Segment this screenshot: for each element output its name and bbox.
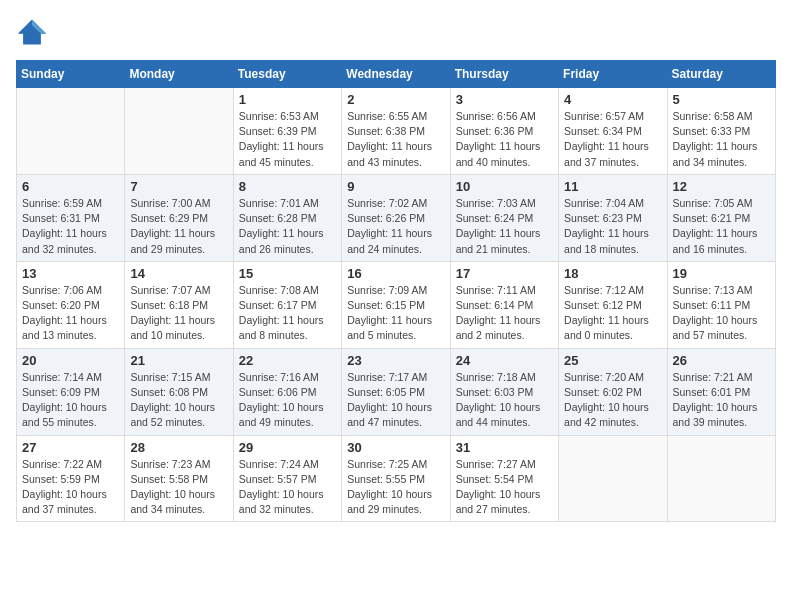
day-number: 23 [347, 353, 444, 368]
day-number: 1 [239, 92, 336, 107]
calendar-cell: 15Sunrise: 7:08 AMSunset: 6:17 PMDayligh… [233, 261, 341, 348]
calendar-table: SundayMondayTuesdayWednesdayThursdayFrid… [16, 60, 776, 522]
calendar-cell: 16Sunrise: 7:09 AMSunset: 6:15 PMDayligh… [342, 261, 450, 348]
calendar-cell: 30Sunrise: 7:25 AMSunset: 5:55 PMDayligh… [342, 435, 450, 522]
day-info: Sunrise: 6:59 AMSunset: 6:31 PMDaylight:… [22, 196, 119, 257]
day-info: Sunrise: 7:14 AMSunset: 6:09 PMDaylight:… [22, 370, 119, 431]
day-number: 12 [673, 179, 770, 194]
calendar-cell: 4Sunrise: 6:57 AMSunset: 6:34 PMDaylight… [559, 88, 667, 175]
day-number: 10 [456, 179, 553, 194]
calendar-cell: 14Sunrise: 7:07 AMSunset: 6:18 PMDayligh… [125, 261, 233, 348]
day-info: Sunrise: 7:25 AMSunset: 5:55 PMDaylight:… [347, 457, 444, 518]
day-number: 2 [347, 92, 444, 107]
calendar-header-wednesday: Wednesday [342, 61, 450, 88]
day-number: 30 [347, 440, 444, 455]
calendar-cell: 24Sunrise: 7:18 AMSunset: 6:03 PMDayligh… [450, 348, 558, 435]
day-info: Sunrise: 7:20 AMSunset: 6:02 PMDaylight:… [564, 370, 661, 431]
calendar-cell [17, 88, 125, 175]
day-info: Sunrise: 7:24 AMSunset: 5:57 PMDaylight:… [239, 457, 336, 518]
day-number: 8 [239, 179, 336, 194]
calendar-cell: 26Sunrise: 7:21 AMSunset: 6:01 PMDayligh… [667, 348, 775, 435]
day-info: Sunrise: 7:07 AMSunset: 6:18 PMDaylight:… [130, 283, 227, 344]
day-number: 7 [130, 179, 227, 194]
day-info: Sunrise: 7:18 AMSunset: 6:03 PMDaylight:… [456, 370, 553, 431]
day-info: Sunrise: 7:06 AMSunset: 6:20 PMDaylight:… [22, 283, 119, 344]
day-number: 18 [564, 266, 661, 281]
day-info: Sunrise: 7:13 AMSunset: 6:11 PMDaylight:… [673, 283, 770, 344]
calendar-cell: 11Sunrise: 7:04 AMSunset: 6:23 PMDayligh… [559, 174, 667, 261]
day-info: Sunrise: 7:01 AMSunset: 6:28 PMDaylight:… [239, 196, 336, 257]
day-number: 5 [673, 92, 770, 107]
day-number: 28 [130, 440, 227, 455]
logo-icon [16, 16, 48, 48]
day-info: Sunrise: 7:23 AMSunset: 5:58 PMDaylight:… [130, 457, 227, 518]
calendar-cell: 3Sunrise: 6:56 AMSunset: 6:36 PMDaylight… [450, 88, 558, 175]
day-number: 9 [347, 179, 444, 194]
logo [16, 16, 52, 48]
calendar-header-row: SundayMondayTuesdayWednesdayThursdayFrid… [17, 61, 776, 88]
calendar-cell: 31Sunrise: 7:27 AMSunset: 5:54 PMDayligh… [450, 435, 558, 522]
day-number: 29 [239, 440, 336, 455]
day-number: 6 [22, 179, 119, 194]
calendar-cell: 10Sunrise: 7:03 AMSunset: 6:24 PMDayligh… [450, 174, 558, 261]
calendar-cell: 22Sunrise: 7:16 AMSunset: 6:06 PMDayligh… [233, 348, 341, 435]
day-number: 16 [347, 266, 444, 281]
calendar-cell: 2Sunrise: 6:55 AMSunset: 6:38 PMDaylight… [342, 88, 450, 175]
calendar-header-tuesday: Tuesday [233, 61, 341, 88]
calendar-cell: 6Sunrise: 6:59 AMSunset: 6:31 PMDaylight… [17, 174, 125, 261]
calendar-cell [125, 88, 233, 175]
day-info: Sunrise: 7:02 AMSunset: 6:26 PMDaylight:… [347, 196, 444, 257]
calendar-cell: 12Sunrise: 7:05 AMSunset: 6:21 PMDayligh… [667, 174, 775, 261]
day-info: Sunrise: 6:55 AMSunset: 6:38 PMDaylight:… [347, 109, 444, 170]
day-info: Sunrise: 7:08 AMSunset: 6:17 PMDaylight:… [239, 283, 336, 344]
calendar-cell: 8Sunrise: 7:01 AMSunset: 6:28 PMDaylight… [233, 174, 341, 261]
calendar-cell: 18Sunrise: 7:12 AMSunset: 6:12 PMDayligh… [559, 261, 667, 348]
calendar-cell [559, 435, 667, 522]
day-info: Sunrise: 6:58 AMSunset: 6:33 PMDaylight:… [673, 109, 770, 170]
calendar-header-thursday: Thursday [450, 61, 558, 88]
calendar-cell: 20Sunrise: 7:14 AMSunset: 6:09 PMDayligh… [17, 348, 125, 435]
day-number: 20 [22, 353, 119, 368]
calendar-cell: 7Sunrise: 7:00 AMSunset: 6:29 PMDaylight… [125, 174, 233, 261]
day-info: Sunrise: 7:03 AMSunset: 6:24 PMDaylight:… [456, 196, 553, 257]
calendar-cell: 29Sunrise: 7:24 AMSunset: 5:57 PMDayligh… [233, 435, 341, 522]
day-number: 22 [239, 353, 336, 368]
calendar-cell: 13Sunrise: 7:06 AMSunset: 6:20 PMDayligh… [17, 261, 125, 348]
calendar-cell: 19Sunrise: 7:13 AMSunset: 6:11 PMDayligh… [667, 261, 775, 348]
day-info: Sunrise: 7:21 AMSunset: 6:01 PMDaylight:… [673, 370, 770, 431]
calendar-cell: 25Sunrise: 7:20 AMSunset: 6:02 PMDayligh… [559, 348, 667, 435]
day-info: Sunrise: 7:00 AMSunset: 6:29 PMDaylight:… [130, 196, 227, 257]
day-number: 25 [564, 353, 661, 368]
day-number: 15 [239, 266, 336, 281]
day-number: 13 [22, 266, 119, 281]
day-number: 3 [456, 92, 553, 107]
calendar-cell [667, 435, 775, 522]
day-info: Sunrise: 7:12 AMSunset: 6:12 PMDaylight:… [564, 283, 661, 344]
calendar-header-monday: Monday [125, 61, 233, 88]
calendar-week-row: 27Sunrise: 7:22 AMSunset: 5:59 PMDayligh… [17, 435, 776, 522]
calendar-cell: 28Sunrise: 7:23 AMSunset: 5:58 PMDayligh… [125, 435, 233, 522]
calendar-cell: 5Sunrise: 6:58 AMSunset: 6:33 PMDaylight… [667, 88, 775, 175]
calendar-cell: 17Sunrise: 7:11 AMSunset: 6:14 PMDayligh… [450, 261, 558, 348]
day-info: Sunrise: 7:27 AMSunset: 5:54 PMDaylight:… [456, 457, 553, 518]
calendar-week-row: 6Sunrise: 6:59 AMSunset: 6:31 PMDaylight… [17, 174, 776, 261]
day-number: 21 [130, 353, 227, 368]
day-info: Sunrise: 6:56 AMSunset: 6:36 PMDaylight:… [456, 109, 553, 170]
day-number: 27 [22, 440, 119, 455]
day-number: 4 [564, 92, 661, 107]
day-number: 24 [456, 353, 553, 368]
calendar-header-saturday: Saturday [667, 61, 775, 88]
calendar-week-row: 20Sunrise: 7:14 AMSunset: 6:09 PMDayligh… [17, 348, 776, 435]
calendar-cell: 27Sunrise: 7:22 AMSunset: 5:59 PMDayligh… [17, 435, 125, 522]
day-info: Sunrise: 7:11 AMSunset: 6:14 PMDaylight:… [456, 283, 553, 344]
calendar-cell: 1Sunrise: 6:53 AMSunset: 6:39 PMDaylight… [233, 88, 341, 175]
calendar-cell: 21Sunrise: 7:15 AMSunset: 6:08 PMDayligh… [125, 348, 233, 435]
day-info: Sunrise: 7:09 AMSunset: 6:15 PMDaylight:… [347, 283, 444, 344]
calendar-cell: 9Sunrise: 7:02 AMSunset: 6:26 PMDaylight… [342, 174, 450, 261]
day-info: Sunrise: 6:53 AMSunset: 6:39 PMDaylight:… [239, 109, 336, 170]
calendar-week-row: 13Sunrise: 7:06 AMSunset: 6:20 PMDayligh… [17, 261, 776, 348]
day-number: 19 [673, 266, 770, 281]
calendar-header-friday: Friday [559, 61, 667, 88]
day-info: Sunrise: 7:17 AMSunset: 6:05 PMDaylight:… [347, 370, 444, 431]
day-info: Sunrise: 6:57 AMSunset: 6:34 PMDaylight:… [564, 109, 661, 170]
